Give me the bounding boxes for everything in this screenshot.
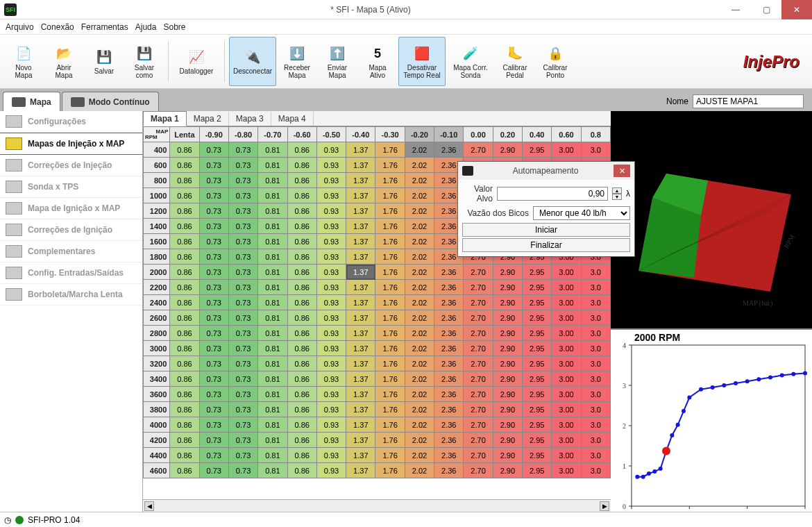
menu-sobre[interactable]: Sobre [163,22,185,32]
grid-cell[interactable]: 0.81 [258,158,287,173]
grid-cell[interactable]: 2.90 [493,433,522,448]
grid-cell[interactable]: 0.73 [228,433,257,448]
grid-cell[interactable]: 0.86 [170,448,199,463]
grid-cell[interactable]: 3.0 [581,310,610,326]
sidebar-item-2[interactable]: Correções de Injeção [0,155,142,176]
grid-cell[interactable]: 0.86 [170,280,199,295]
salvar-button[interactable]: 💾 Salvar [85,37,124,86]
grid-cell[interactable]: 1.37 [346,417,375,433]
map-tab-3[interactable]: Mapa 3 [229,112,271,126]
grid-cell[interactable]: 2.95 [523,142,552,158]
sidebar-item-0[interactable]: Configurações [0,111,142,133]
grid-cell[interactable]: 3.0 [581,463,610,478]
grid-cell[interactable]: 0.86 [287,234,316,249]
grid-cell[interactable]: 3.0 [581,341,610,356]
scroll-left-icon[interactable]: ◀ [144,501,154,511]
grid-cell[interactable]: 3.0 [581,356,610,371]
grid-cell[interactable]: 0.93 [316,219,346,234]
col-header[interactable]: Lenta [170,127,199,142]
grid-cell[interactable]: 2.95 [523,356,552,371]
grid-cell[interactable]: 0.73 [199,387,228,402]
grid-cell[interactable]: 0.73 [199,234,228,249]
grid-cell[interactable]: 0.81 [258,265,287,280]
grid-cell[interactable]: 1.37 [346,173,375,188]
grid-cell[interactable]: 0.86 [287,188,316,203]
grid-cell[interactable]: 0.73 [228,142,257,158]
grid-cell[interactable]: 1.76 [375,402,405,417]
grid-cell[interactable]: 2.36 [434,295,464,310]
grid-cell[interactable]: 0.86 [170,387,199,402]
tab-mapa[interactable]: Mapa [3,92,60,111]
salvar-como-button[interactable]: 💾 Salvar como [125,37,164,86]
grid-cell[interactable]: 0.73 [228,326,257,341]
grid-cell[interactable]: 1.37 [346,310,375,326]
grid-cell[interactable]: 0.73 [199,326,228,341]
grid-cell[interactable]: 2.02 [405,356,434,371]
grid-cell[interactable]: 0.73 [199,341,228,356]
col-header[interactable]: -0.80 [228,127,257,142]
grid-cell[interactable]: 0.81 [258,463,287,478]
grid-cell[interactable]: 2.70 [464,417,493,433]
grid-cell[interactable]: 2.36 [434,280,464,295]
grid-cell[interactable]: 2.90 [493,295,522,310]
grid-cell[interactable]: 0.73 [199,219,228,234]
grid-cell[interactable]: 2.95 [523,341,552,356]
grid-cell[interactable]: 3.00 [552,387,581,402]
grid-cell[interactable]: 2.70 [464,371,493,387]
grid-cell[interactable]: 0.73 [199,310,228,326]
col-header[interactable]: 0.60 [552,127,581,142]
grid-cell[interactable]: 1.76 [375,249,405,265]
grid-cell[interactable]: 2.90 [493,463,522,478]
grid-cell[interactable]: 0.86 [287,371,316,387]
grid-cell[interactable]: 0.93 [316,387,346,402]
grid-cell[interactable]: 1.76 [375,463,405,478]
sidebar-item-8[interactable]: Borboleta/Marcha Lenta [0,284,142,306]
grid-cell[interactable]: 0.86 [170,249,199,265]
col-header[interactable]: 0.20 [493,127,522,142]
grid-cell[interactable]: 2.90 [493,417,522,433]
grid-cell[interactable]: 2.36 [434,433,464,448]
grid-cell[interactable]: 2.02 [405,158,434,173]
grid-cell[interactable]: 0.73 [228,341,257,356]
grid-cell[interactable]: 0.86 [287,295,316,310]
row-header[interactable]: 2200 [144,280,170,295]
grid-cell[interactable]: 0.86 [170,203,199,219]
grid-cell[interactable]: 0.93 [316,326,346,341]
grid-cell[interactable]: 2.70 [464,341,493,356]
grid-cell[interactable]: 1.37 [346,463,375,478]
grid-cell[interactable]: 1.76 [375,188,405,203]
grid-cell[interactable]: 0.81 [258,448,287,463]
grid-cell[interactable]: 0.73 [228,463,257,478]
row-header[interactable]: 3800 [144,402,170,417]
grid-cell[interactable]: 2.90 [493,142,522,158]
desconectar-button[interactable]: 🔌 Desconectar [229,37,276,86]
grid-cell[interactable]: 3.00 [552,448,581,463]
row-header[interactable]: 800 [144,173,170,188]
grid-cell[interactable]: 0.86 [287,310,316,326]
calibrar-pedal-button[interactable]: 🦶 Calibrar Pedal [496,37,534,86]
grid-cell[interactable]: 1.76 [375,326,405,341]
grid-cell[interactable]: 2.70 [464,280,493,295]
grid-cell[interactable]: 0.81 [258,402,287,417]
grid-cell[interactable]: 2.70 [464,463,493,478]
row-header[interactable]: 2800 [144,326,170,341]
grid-cell[interactable]: 2.02 [405,203,434,219]
grid-cell[interactable]: 0.73 [228,310,257,326]
row-header[interactable]: 1000 [144,188,170,203]
grid-cell[interactable]: 3.00 [552,463,581,478]
grid-cell[interactable]: 3.00 [552,142,581,158]
grid-cell[interactable]: 1.76 [375,234,405,249]
grid-cell[interactable]: 2.36 [434,417,464,433]
grid-cell[interactable]: 2.02 [405,295,434,310]
mapa-corr-sonda-button[interactable]: 🧪 Mapa Corr. Sonda [447,37,494,86]
grid-cell[interactable]: 0.81 [258,142,287,158]
grid-cell[interactable]: 2.70 [464,295,493,310]
tab-modo-continuo[interactable]: Modo Contínuo [62,92,159,111]
row-header[interactable]: 4400 [144,448,170,463]
grid-cell[interactable]: 0.73 [199,417,228,433]
grid-cell[interactable]: 3.00 [552,265,581,280]
grid-cell[interactable]: 3.00 [552,356,581,371]
col-header[interactable]: -0.20 [405,127,434,142]
row-header[interactable]: 4200 [144,433,170,448]
grid-cell[interactable]: 2.90 [493,265,522,280]
